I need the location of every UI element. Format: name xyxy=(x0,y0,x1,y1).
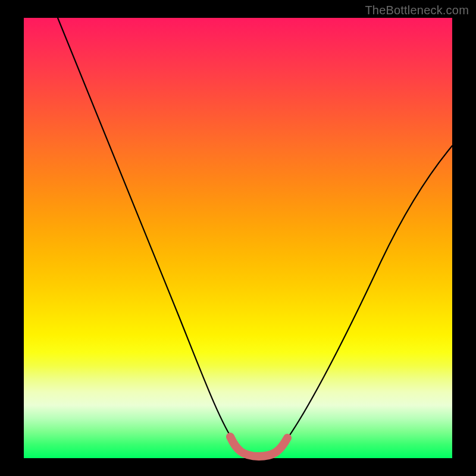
plot-area xyxy=(24,18,452,458)
chart-frame: TheBottleneck.com xyxy=(0,0,476,476)
optimal-band xyxy=(230,437,287,456)
bottleneck-curve xyxy=(58,18,452,457)
watermark-text: TheBottleneck.com xyxy=(365,4,469,17)
chart-svg xyxy=(24,18,452,458)
